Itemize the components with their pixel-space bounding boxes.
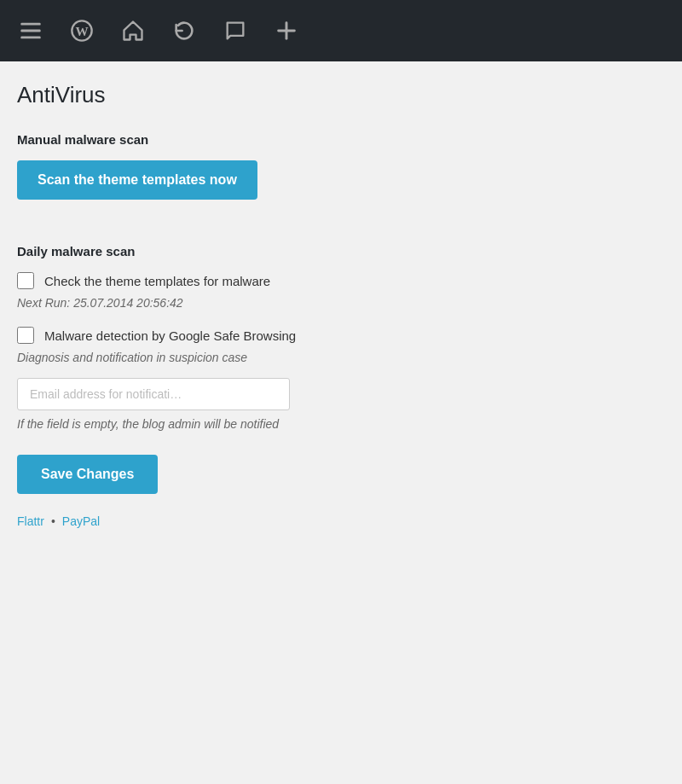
menu-icon[interactable] xyxy=(14,14,48,48)
refresh-icon[interactable] xyxy=(167,14,201,48)
check-theme-row: Check the theme templates for malware xyxy=(17,272,665,289)
home-icon[interactable] xyxy=(116,14,150,48)
google-safe-browsing-checkbox[interactable] xyxy=(17,327,34,344)
page-title: AntiVirus xyxy=(17,82,665,108)
svg-text:W: W xyxy=(75,24,88,38)
svg-rect-0 xyxy=(20,23,40,26)
save-button[interactable]: Save Changes xyxy=(17,455,158,494)
manual-scan-title: Manual malware scan xyxy=(17,132,665,147)
daily-scan-title: Daily malware scan xyxy=(17,244,665,258)
admin-bar: W xyxy=(0,0,682,61)
main-content: AntiVirus Manual malware scan Scan the t… xyxy=(0,61,682,576)
flattr-link[interactable]: Flattr xyxy=(17,514,44,528)
check-theme-checkbox[interactable] xyxy=(17,272,34,289)
scan-button[interactable]: Scan the theme templates now xyxy=(17,160,257,200)
email-input[interactable] xyxy=(17,378,290,410)
footer-links: Flattr • PayPal xyxy=(17,514,665,528)
footer-separator: • xyxy=(51,514,55,528)
next-run-text: Next Run: 25.07.2014 20:56:42 xyxy=(17,296,665,310)
empty-field-note: If the field is empty, the blog admin wi… xyxy=(17,417,665,431)
svg-rect-1 xyxy=(20,30,40,32)
paypal-link[interactable]: PayPal xyxy=(62,514,100,528)
check-theme-label[interactable]: Check the theme templates for malware xyxy=(44,274,270,288)
diagnosis-text: Diagnosis and notification in suspicion … xyxy=(17,351,665,364)
manual-scan-section: Manual malware scan Scan the theme templ… xyxy=(17,132,665,200)
comment-icon[interactable] xyxy=(218,14,252,48)
add-icon[interactable] xyxy=(269,14,303,48)
google-safe-browsing-row: Malware detection by Google Safe Browsin… xyxy=(17,327,665,344)
wordpress-icon[interactable]: W xyxy=(65,14,99,48)
svg-rect-2 xyxy=(20,36,40,38)
google-safe-browsing-label[interactable]: Malware detection by Google Safe Browsin… xyxy=(44,328,296,343)
daily-scan-section: Daily malware scan Check the theme templ… xyxy=(17,244,665,528)
